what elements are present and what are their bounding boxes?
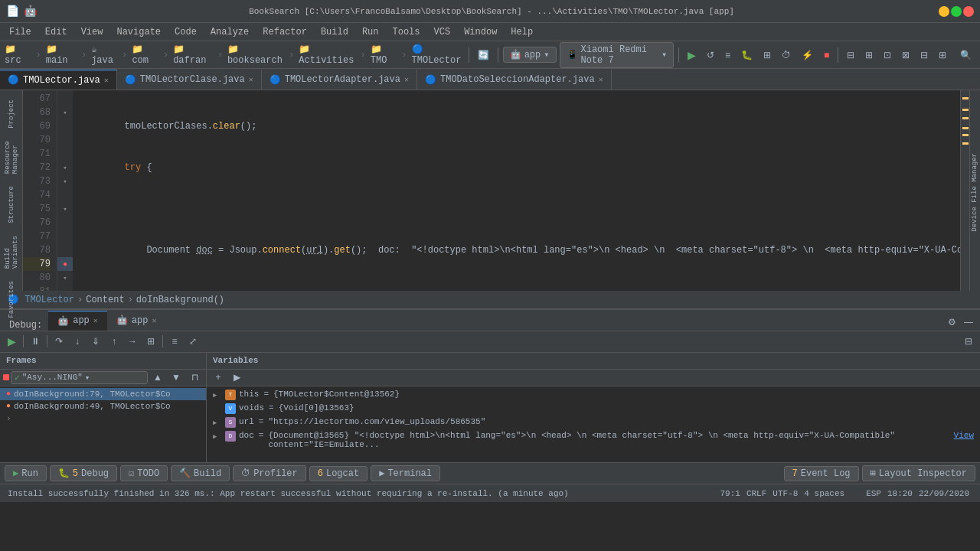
sidebar-favorites-icon[interactable]: Favorites <box>6 278 17 321</box>
var-url[interactable]: ▶ S url = "https://lectortmo.com/view_up… <box>207 416 980 429</box>
menu-window[interactable]: Window <box>458 25 503 39</box>
code-content[interactable]: tmoLectorClases.clear(); try { Document … <box>73 90 960 291</box>
breadcrumb-tmo[interactable]: 📁 TMO <box>371 44 397 66</box>
device-dropdown[interactable]: 📱 Xiaomi Redmi Note 7 ▾ <box>560 42 675 68</box>
var-expand-url[interactable]: ▶ <box>213 417 222 427</box>
sidebar-resource-icon[interactable]: Resource Manager <box>2 138 21 177</box>
profiler-button[interactable]: ⏱ Profiler <box>233 465 306 481</box>
var-doc[interactable]: ▶ D doc = {Document@i3565} "<!doctype ht… <box>207 429 980 451</box>
tab-tmolector[interactable]: 🔵 TMOLector.java ✕ <box>0 70 117 90</box>
menu-analyze[interactable]: Analyze <box>204 25 255 39</box>
tool1[interactable]: ⊟ <box>843 47 858 63</box>
var-link-doc[interactable]: View <box>954 431 974 440</box>
menu-navigate[interactable]: Navigate <box>110 25 167 39</box>
fold-72[interactable]: ▾ <box>63 164 67 172</box>
sync-button[interactable]: 🔄 <box>474 47 493 63</box>
debug-tab-app2[interactable]: 🤖 app ✕ <box>107 311 166 331</box>
build-button[interactable]: 🔨 Build <box>171 465 230 481</box>
breadcrumb-activities[interactable]: 📁 Activities <box>299 44 355 66</box>
layout-inspector-button[interactable]: ⊞ Layout Inspector <box>862 465 975 481</box>
expand-var-button[interactable]: ▶ <box>228 369 245 386</box>
minimize-button[interactable] <box>939 6 949 17</box>
close-button[interactable] <box>963 6 974 17</box>
menu-view[interactable]: View <box>75 25 109 39</box>
add-watch-button[interactable]: + <box>210 369 227 386</box>
breadcrumb-src[interactable]: 📁 src <box>5 44 31 66</box>
run-config-dropdown[interactable]: 🤖 app ▾ <box>503 47 557 63</box>
breadcrumb-content-item[interactable]: Content <box>86 295 124 305</box>
menu-code[interactable]: Code <box>168 25 203 39</box>
var-expand-voids[interactable] <box>213 403 222 405</box>
event-log-button[interactable]: 7 Event Log <box>784 466 859 481</box>
step-into-button[interactable]: ↓ <box>69 333 86 350</box>
code-editor[interactable]: 67 68 69 70 71 72 73 74 75 76 77 78 79 8… <box>23 90 960 291</box>
debug-settings-button[interactable]: ⚙ <box>943 314 960 331</box>
attach-debugger-button[interactable]: 🐛 <box>737 47 756 63</box>
step-over-button[interactable]: ↷ <box>51 333 67 350</box>
search-everywhere-button[interactable]: 🔍 <box>956 47 975 63</box>
breadcrumb-tmolector-item[interactable]: 🔵 TMOLector <box>8 294 74 305</box>
mute-breakpoints-button[interactable]: ⊟ <box>960 333 977 350</box>
tool3[interactable]: ⊡ <box>880 47 895 63</box>
var-this[interactable]: ▶ T this = {TMOLector$Content@13562} <box>207 388 980 402</box>
menu-refactor[interactable]: Refactor <box>256 25 313 39</box>
tab-close-tmolector[interactable]: ✕ <box>104 76 109 85</box>
debug-tab-app1[interactable]: 🤖 app ✕ <box>48 311 107 331</box>
tab-tmodatoseleccion[interactable]: 🔵 TMODatoSeleccionAdapter.java ✕ <box>417 70 612 90</box>
tab-tmolectorclase[interactable]: 🔵 TMOLectorClase.java ✕ <box>117 70 262 90</box>
menu-help[interactable]: Help <box>505 25 539 39</box>
frame-item-1[interactable]: ● doInBackground:79, TMOLector$Co <box>0 388 206 400</box>
tool6[interactable]: ⊞ <box>935 47 950 63</box>
resume-program-button[interactable]: ▶ <box>3 333 20 350</box>
var-expand-doc[interactable]: ▶ <box>213 431 222 441</box>
evaluate-expression-button[interactable]: ⊞ <box>142 333 159 350</box>
fold-73[interactable]: ▾ <box>63 178 67 186</box>
frames-up-button[interactable]: ▲ <box>149 369 166 386</box>
frame-item-2[interactable]: ● doInBackground:49, TMOLector$Co <box>0 400 206 412</box>
debug-tab-close-1[interactable]: ✕ <box>93 316 98 325</box>
coverage-button[interactable]: ⊞ <box>760 47 775 63</box>
breakpoint-79[interactable]: ● <box>63 260 67 269</box>
fold-80[interactable]: ▾ <box>63 274 67 282</box>
sidebar-structure-icon[interactable]: Structure <box>6 183 17 227</box>
status-indent[interactable]: 4 spaces <box>801 489 848 498</box>
status-position[interactable]: 79:1 <box>717 489 743 498</box>
tab-tmolectoradapter[interactable]: 🔵 TMOLectorAdapter.java ✕ <box>262 70 417 90</box>
tool5[interactable]: ⊟ <box>916 47 932 63</box>
breadcrumb-dafran[interactable]: 📁 dafran <box>173 44 213 66</box>
breadcrumb-main[interactable]: 📁 main <box>46 44 77 66</box>
refresh-button[interactable]: ↺ <box>703 47 718 63</box>
status-encoding[interactable]: UTF-8 <box>769 489 801 498</box>
menu-run[interactable]: Run <box>356 25 385 39</box>
maximize-button[interactable] <box>951 6 962 17</box>
status-language[interactable]: ESP <box>863 489 884 498</box>
force-step-into-button[interactable]: ⇓ <box>87 333 104 350</box>
menu-edit[interactable]: Edit <box>39 25 74 39</box>
tool4[interactable]: ⊠ <box>898 47 913 63</box>
device-file-manager[interactable]: Device File Manager <box>969 152 980 233</box>
breadcrumb-doinbackground-item[interactable]: doInBackground() <box>136 295 224 305</box>
breadcrumb-booksearch[interactable]: 📁 booksearch <box>227 44 284 66</box>
menu-file[interactable]: File <box>3 25 38 39</box>
run-button[interactable]: ▶ <box>684 47 700 64</box>
sidebar-project-icon[interactable]: Project <box>6 96 17 132</box>
breadcrumb-tmolector[interactable]: 🔵 TMOLector <box>412 44 465 66</box>
debug-panel-button[interactable]: 🐛 5 Debug <box>50 465 117 481</box>
menu-tools[interactable]: Tools <box>387 25 426 39</box>
step-out-button[interactable]: ↑ <box>106 333 122 350</box>
build-menu-button[interactable]: ≡ <box>721 47 734 63</box>
restore-button[interactable]: ⤢ <box>185 333 201 350</box>
fold-68[interactable]: ▾ <box>63 109 67 117</box>
pause-button[interactable]: ⏸ <box>27 333 44 350</box>
frames-filter-button[interactable]: ⊓ <box>186 369 203 386</box>
var-voids[interactable]: V voids = {Void[0]@13563} <box>207 402 980 416</box>
apply-changes-button[interactable]: ⚡ <box>798 47 817 63</box>
frames-down-button[interactable]: ▼ <box>168 369 185 386</box>
breadcrumb-java[interactable]: ☕ java <box>91 44 117 66</box>
menu-vcs[interactable]: VCS <box>428 25 457 39</box>
debug-close-button[interactable]: — <box>960 314 977 331</box>
fold-75[interactable]: ▾ <box>63 205 67 214</box>
menu-build[interactable]: Build <box>315 25 354 39</box>
breadcrumb-com[interactable]: 📁 com <box>132 44 158 66</box>
terminal-button[interactable]: ▶ Terminal <box>371 465 440 481</box>
